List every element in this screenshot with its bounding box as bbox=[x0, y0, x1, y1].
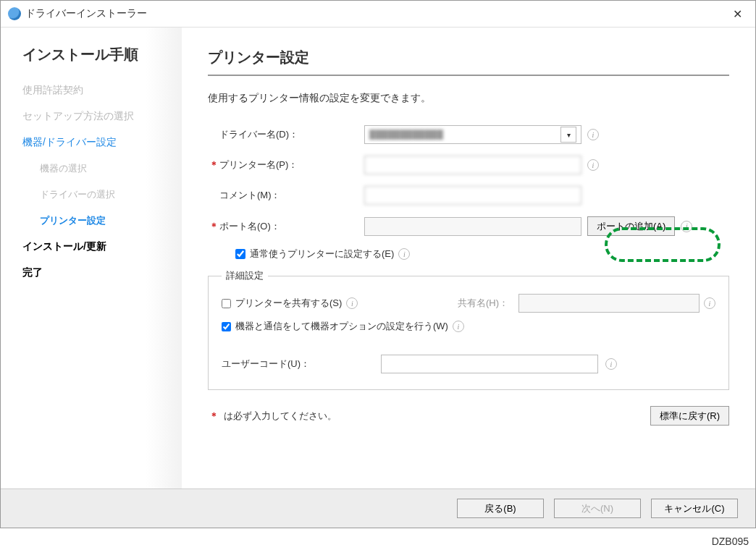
port-input[interactable] bbox=[364, 217, 581, 236]
nav-setup-method[interactable]: セットアップ方法の選択 bbox=[22, 103, 164, 130]
share-printer-label: プリンターを共有する(S) bbox=[235, 297, 342, 310]
reset-button[interactable]: 標準に戻す(R) bbox=[650, 406, 729, 426]
chevron-down-icon: ▾ bbox=[560, 127, 576, 143]
divider bbox=[208, 75, 729, 76]
nav-device-select[interactable]: 機器の選択 bbox=[22, 156, 164, 182]
driver-value: ████████████ bbox=[369, 130, 560, 140]
device-comm-checkbox[interactable] bbox=[222, 322, 231, 331]
default-printer-row: 通常使うプリンターに設定する(E) i bbox=[235, 248, 729, 261]
device-comm-row: 機器と通信をして機器オプションの設定を行う(W) i bbox=[222, 320, 715, 333]
page-description: 使用するプリンター情報の設定を変更できます。 bbox=[208, 92, 729, 105]
installer-window: ドライバーインストーラー ✕ インストール手順 使用許諾契約 セットアップ方法の… bbox=[0, 0, 756, 528]
nav-printer-settings[interactable]: プリンター設定 bbox=[22, 208, 164, 234]
required-mark: ＊ bbox=[208, 410, 219, 423]
next-button[interactable]: 次へ(N) bbox=[554, 499, 641, 518]
sidebar-heading: インストール手順 bbox=[1, 45, 182, 77]
fieldset-title: 詳細設定 bbox=[222, 269, 268, 282]
comment-input[interactable] bbox=[364, 186, 581, 205]
nav-install-update[interactable]: インストール/更新 bbox=[22, 234, 164, 260]
required-note: は必ず入力してください。 bbox=[224, 410, 337, 423]
titlebar: ドライバーインストーラー ✕ bbox=[1, 1, 755, 28]
port-row: ＊ ポート名(O)： ポートの追加(A) i bbox=[208, 216, 729, 236]
info-icon[interactable]: i bbox=[605, 358, 617, 370]
usercode-row: ユーザーコード(U)： i bbox=[222, 355, 715, 373]
main-panel: プリンター設定 使用するプリンター情報の設定を変更できます。 ドライバー名(D)… bbox=[182, 28, 755, 489]
driver-row: ドライバー名(D)： ████████████ ▾ i bbox=[208, 125, 729, 144]
driver-select[interactable]: ████████████ ▾ bbox=[364, 125, 581, 144]
info-icon[interactable]: i bbox=[681, 221, 692, 232]
close-button[interactable]: ✕ bbox=[726, 5, 748, 22]
port-label: ポート名(O)： bbox=[219, 220, 280, 233]
printer-name-input[interactable] bbox=[364, 156, 581, 174]
window-title: ドライバーインストーラー bbox=[25, 7, 147, 20]
info-icon[interactable]: i bbox=[704, 297, 715, 309]
app-icon bbox=[8, 7, 21, 20]
driver-label: ドライバー名(D)： bbox=[219, 128, 298, 141]
nav-driver-select[interactable]: ドライバーの選択 bbox=[22, 182, 164, 208]
share-name-label: 共有名(H)： bbox=[458, 297, 508, 310]
info-icon[interactable]: i bbox=[587, 129, 599, 140]
usercode-input[interactable] bbox=[381, 355, 598, 373]
share-row: プリンターを共有する(S) i 共有名(H)： i bbox=[222, 294, 715, 313]
usercode-label: ユーザーコード(U)： bbox=[222, 358, 310, 371]
bottom-note: ＊ は必ず入力してください。 標準に戻す(R) bbox=[208, 406, 729, 426]
share-name-input[interactable] bbox=[518, 294, 700, 313]
required-mark: ＊ bbox=[208, 220, 219, 233]
device-comm-label: 機器と通信をして機器オプションの設定を行う(W) bbox=[235, 320, 448, 333]
cancel-button[interactable]: キャンセル(C) bbox=[651, 499, 738, 518]
nav-complete[interactable]: 完了 bbox=[22, 260, 164, 286]
sidebar: インストール手順 使用許諾契約 セットアップ方法の選択 機器/ドライバー設定 機… bbox=[1, 28, 182, 489]
nav-license[interactable]: 使用許諾契約 bbox=[22, 77, 164, 103]
nav-list: 使用許諾契約 セットアップ方法の選択 機器/ドライバー設定 機器の選択 ドライバ… bbox=[1, 77, 182, 286]
share-printer-checkbox[interactable] bbox=[222, 299, 231, 308]
back-button[interactable]: 戻る(B) bbox=[457, 499, 544, 518]
info-icon[interactable]: i bbox=[587, 159, 599, 171]
default-printer-label: 通常使うプリンターに設定する(E) bbox=[250, 248, 394, 261]
add-port-button[interactable]: ポートの追加(A) bbox=[587, 216, 675, 236]
page-title: プリンター設定 bbox=[208, 48, 729, 67]
advanced-fieldset: 詳細設定 プリンターを共有する(S) i 共有名(H)： i 機器と通信をして機… bbox=[208, 269, 729, 390]
printer-name-row: ＊ プリンター名(P)： i bbox=[208, 156, 729, 174]
info-icon[interactable]: i bbox=[346, 297, 358, 309]
default-printer-checkbox[interactable] bbox=[235, 249, 245, 259]
comment-row: コメント(M)： i bbox=[208, 186, 729, 205]
printer-name-label: プリンター名(P)： bbox=[219, 158, 298, 172]
required-mark: ＊ bbox=[208, 158, 219, 172]
info-icon[interactable]: i bbox=[398, 248, 410, 260]
info-icon[interactable]: i bbox=[453, 321, 464, 332]
comment-label: コメント(M)： bbox=[219, 189, 281, 202]
nav-device-driver[interactable]: 機器/ドライバー設定 bbox=[22, 130, 164, 156]
footer: 戻る(B) 次へ(N) キャンセル(C) bbox=[1, 488, 755, 528]
